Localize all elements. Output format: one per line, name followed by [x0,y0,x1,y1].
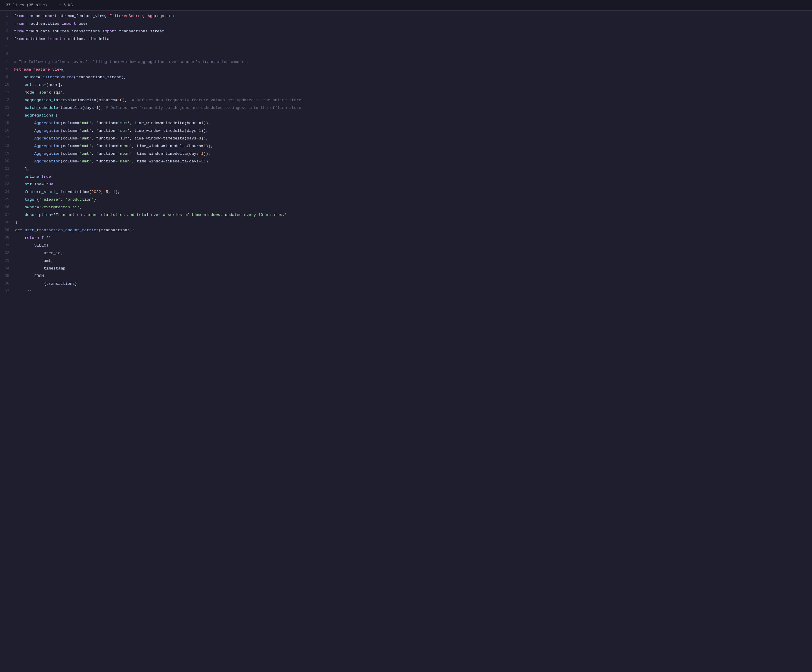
line-content: Aggregation(column='amt', function='sum'… [15,135,812,142]
line-number: 30 [0,235,15,241]
line-number: 1 [0,13,14,19]
table-row: 24 feature_start_time=datetime(2022, 5, … [0,189,812,196]
lines-info: 37 lines (35 sloc) [6,3,47,7]
line-number: 3 [0,28,14,34]
line-content: {transactions} [15,281,812,287]
line-content: feature_start_time=datetime(2022, 5, 1), [15,189,812,195]
table-row: 18 Aggregation(column='amt', function='m… [0,143,812,151]
line-number: 29 [0,227,15,233]
line-content: Aggregation(column='amt', function='mean… [15,151,812,157]
table-row: 4 from datetime import datetime, timedel… [0,36,812,44]
line-content: owner='kevin@tecton.ai', [15,204,812,211]
table-row: 13 batch_schedule=timedelta(days=1), # D… [0,105,812,113]
line-content: return f''' [15,235,812,241]
line-number: 4 [0,36,14,42]
line-number: 16 [0,128,15,134]
line-content: Aggregation(column='amt', function='sum'… [15,120,812,126]
table-row: 7 # The following defines several slidin… [0,59,812,67]
table-row: 15 Aggregation(column='amt', function='s… [0,120,812,128]
line-number: 17 [0,135,15,142]
table-row: 5 [0,44,812,51]
line-number: 25 [0,196,15,203]
line-content: entities=[user], [15,82,812,88]
line-number: 8 [0,67,14,73]
line-number: 21 [0,166,15,172]
line-number: 35 [0,273,15,279]
line-content: source=FilteredSource(transactions_strea… [14,74,812,80]
line-content: from fraud.entities import user [14,20,812,27]
line-content: ) [15,220,812,226]
line-number: 9 [0,74,14,80]
line-number: 12 [0,97,15,103]
line-content: Aggregation(column='amt', function='sum'… [15,128,812,134]
table-row: 27 description='Transaction amount stati… [0,212,812,220]
line-content: SELECT [15,242,812,249]
line-content: from datetime import datetime, timedelta [14,36,812,43]
table-row: 34 timestamp [0,265,812,273]
table-row: 35 FROM [0,273,812,281]
line-number: 15 [0,120,15,126]
line-number: 31 [0,242,15,249]
line-number: 5 [0,44,14,50]
table-row: 6 [0,51,812,59]
line-number: 23 [0,181,15,188]
file-header: 37 lines (35 sloc) | 1.6 KB [0,0,812,10]
table-row: 1 from tecton import stream_feature_view… [0,13,812,20]
line-content: ], [15,166,812,172]
line-number: 37 [0,288,15,295]
line-number: 19 [0,151,15,157]
table-row: 36 {transactions} [0,281,812,288]
line-number: 28 [0,220,15,226]
table-row: 20 Aggregation(column='amt', function='m… [0,158,812,166]
line-content [14,44,812,50]
line-content: mode='spark_sql', [15,89,812,96]
separator: | [52,3,54,7]
table-row: 16 Aggregation(column='amt', function='s… [0,128,812,135]
table-row: 28 ) [0,220,812,227]
line-number: 6 [0,51,14,57]
table-row: 37 ''' [0,288,812,296]
line-content: aggregation_interval=timedelta(minutes=1… [15,97,812,104]
line-content: aggregations=[ [15,113,812,119]
line-content: from fraud.data_sources.transactions imp… [14,28,812,35]
table-row: 12 aggregation_interval=timedelta(minute… [0,97,812,105]
line-content: amt, [15,258,812,264]
line-number: 22 [0,174,15,180]
table-row: 32 user_id, [0,250,812,258]
line-content: tags={'release': 'production'}, [15,196,812,203]
table-row: 23 offline=True, [0,181,812,189]
line-number: 7 [0,59,14,65]
line-number: 20 [0,158,15,164]
line-number: 11 [0,89,15,96]
line-content: Aggregation(column='amt', function='mean… [15,158,812,165]
line-content: ''' [15,288,812,295]
line-number: 33 [0,258,15,264]
file-size: 1.6 KB [59,3,73,7]
line-content: FROM [15,273,812,280]
table-row: 26 owner='kevin@tecton.ai', [0,204,812,212]
line-number: 18 [0,143,15,149]
line-content: timestamp [15,265,812,272]
line-number: 36 [0,281,15,287]
table-row: 17 Aggregation(column='amt', function='s… [0,135,812,143]
line-content: offline=True, [15,181,812,188]
table-row: 29 def user_transaction_amount_metrics(t… [0,227,812,235]
table-row: 9 source=FilteredSource(transactions_str… [0,74,812,82]
line-number: 2 [0,20,14,27]
line-number: 13 [0,105,15,111]
line-content: user_id, [15,250,812,257]
table-row: 30 return f''' [0,235,812,242]
line-content: description='Transaction amount statisti… [15,212,812,218]
line-number: 26 [0,204,15,210]
line-number: 32 [0,250,15,256]
line-number: 27 [0,212,15,218]
line-content: batch_schedule=timedelta(days=1), # Defi… [15,105,812,111]
line-content: def user_transaction_amount_metrics(tran… [15,227,812,234]
table-row: 31 SELECT [0,242,812,250]
line-content: Aggregation(column='amt', function='mean… [15,143,812,150]
line-content: from tecton import stream_feature_view, … [14,13,812,19]
table-row: 2 from fraud.entities import user [0,20,812,28]
code-container: 1 from tecton import stream_feature_view… [0,10,812,298]
line-number: 24 [0,189,15,195]
line-number: 14 [0,113,15,119]
